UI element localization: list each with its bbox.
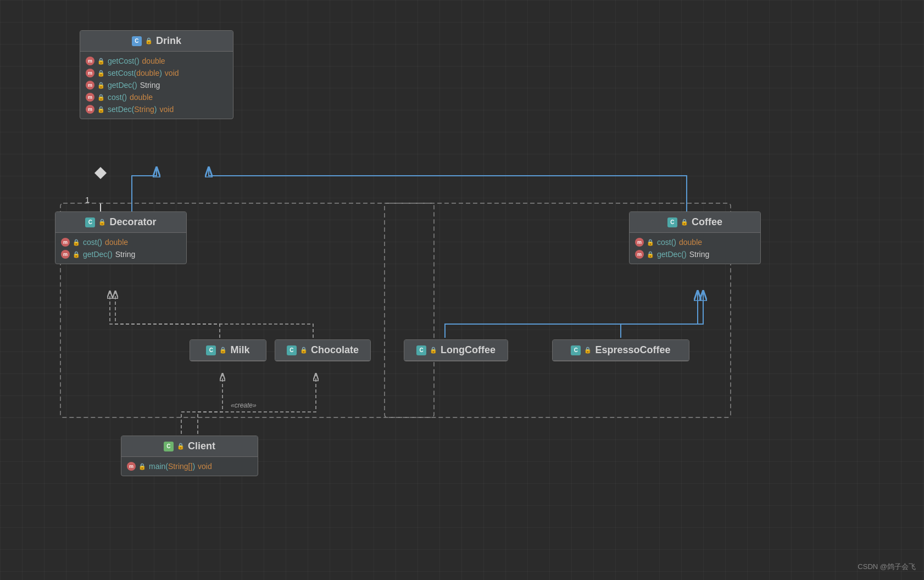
chocolate-class: C 🔒 Chocolate <box>275 339 371 361</box>
milk-title: Milk <box>230 344 249 356</box>
client-class: C 🔒 Client m 🔒 main(String[]) void <box>121 436 258 476</box>
method-type-5: void <box>159 105 174 114</box>
cof-lock-icon-2: 🔒 <box>647 250 654 258</box>
lock-icon-4: 🔒 <box>97 93 105 101</box>
watermark: CSDN @鸽子会飞 <box>858 562 916 572</box>
aggregation-label-1: 1 <box>85 195 90 204</box>
cof-method-icon-2: m <box>635 250 644 259</box>
espressocoffee-header: C 🔒 EspressoCoffee <box>553 340 689 361</box>
lock-icon-5: 🔒 <box>97 105 105 113</box>
lock-icon-2: 🔒 <box>97 69 105 77</box>
method-name-4: cost() <box>108 93 127 102</box>
client-title: Client <box>188 440 215 452</box>
method-icon-2: m <box>86 69 94 77</box>
cli-lock-icon-1: 🔒 <box>138 462 146 470</box>
chocolate-title: Chocolate <box>311 344 359 356</box>
method-name-5: setDec(String) <box>108 105 157 114</box>
decorator-header: C 🔒 Decorator <box>55 212 186 233</box>
client-body: m 🔒 main(String[]) void <box>121 457 258 476</box>
decorator-body: m 🔒 cost() double m 🔒 getDec() String <box>55 233 186 264</box>
longcoffee-header: C 🔒 LongCoffee <box>404 340 508 361</box>
drink-method-4: m 🔒 cost() double <box>86 91 227 103</box>
drink-method-5: m 🔒 setDec(String) void <box>86 103 227 115</box>
chocolate-lock-icon: 🔒 <box>300 347 308 354</box>
coffee-class-icon: C <box>667 217 677 227</box>
method-type-2: void <box>165 69 179 77</box>
method-icon-1: m <box>86 57 94 65</box>
decorator-lock-icon: 🔒 <box>98 219 106 226</box>
method-type-1: double <box>142 57 165 65</box>
cof-method-type-1: double <box>679 238 702 247</box>
dec-method-name-1: cost() <box>83 238 102 247</box>
milk-class: C 🔒 Milk <box>190 339 266 361</box>
dec-method-type-1: double <box>105 238 128 247</box>
method-name-2: setCost(double) <box>108 69 162 77</box>
espressocoffee-title: EspressoCoffee <box>595 344 670 356</box>
longcoffee-class-icon: C <box>416 345 426 355</box>
coffee-lock-icon: 🔒 <box>681 219 688 226</box>
drink-class: C 🔒 Drink m 🔒 getCost() double m 🔒 setCo… <box>80 30 233 119</box>
cof-method-type-2: String <box>689 250 710 259</box>
chocolate-class-icon: C <box>287 345 297 355</box>
longcoffee-title: LongCoffee <box>441 344 496 356</box>
client-header: C 🔒 Client <box>121 436 258 457</box>
cof-lock-icon-1: 🔒 <box>647 238 654 246</box>
client-method-1: m 🔒 main(String[]) void <box>127 460 252 472</box>
milk-class-icon: C <box>206 345 216 355</box>
cli-method-type-1: void <box>198 462 212 471</box>
dec-method-name-2: getDec() <box>83 250 113 259</box>
client-lock-icon: 🔒 <box>177 443 185 450</box>
decorator-class: C 🔒 Decorator m 🔒 cost() double m 🔒 getD… <box>55 211 187 264</box>
svg-marker-5 <box>95 168 106 179</box>
coffee-header: C 🔒 Coffee <box>630 212 760 233</box>
cli-method-name-1: main(String[]) <box>149 462 195 471</box>
cof-method-name-1: cost() <box>657 238 676 247</box>
drink-method-1: m 🔒 getCost() double <box>86 55 227 67</box>
coffee-method-1: m 🔒 cost() double <box>635 236 755 248</box>
method-type-4: double <box>130 93 153 102</box>
espressocoffee-class-icon: C <box>571 345 581 355</box>
espressocoffee-lock-icon: 🔒 <box>584 347 592 354</box>
svg-text:«create»: «create» <box>231 401 257 409</box>
drink-lock-icon: 🔒 <box>145 37 153 45</box>
lock-icon-1: 🔒 <box>97 57 105 65</box>
method-icon-4: m <box>86 93 94 102</box>
coffee-class: C 🔒 Coffee m 🔒 cost() double m 🔒 getDec(… <box>629 211 761 264</box>
cof-method-icon-1: m <box>635 238 644 247</box>
chocolate-header: C 🔒 Chocolate <box>275 340 370 361</box>
method-name-1: getCost() <box>108 57 140 65</box>
lock-icon-3: 🔒 <box>97 81 105 89</box>
method-icon-3: m <box>86 81 94 90</box>
longcoffee-class: C 🔒 LongCoffee <box>404 339 508 361</box>
decorator-title: Decorator <box>109 216 156 228</box>
decorator-method-1: m 🔒 cost() double <box>61 236 181 248</box>
drink-header: C 🔒 Drink <box>80 31 233 52</box>
method-icon-5: m <box>86 105 94 114</box>
cof-method-name-2: getDec() <box>657 250 687 259</box>
dec-lock-icon-1: 🔒 <box>73 238 80 246</box>
coffee-title: Coffee <box>692 216 722 228</box>
longcoffee-lock-icon: 🔒 <box>430 347 437 354</box>
drink-body: m 🔒 getCost() double m 🔒 setCost(double)… <box>80 52 233 119</box>
dec-method-icon-2: m <box>61 250 70 259</box>
coffee-body: m 🔒 cost() double m 🔒 getDec() String <box>630 233 760 264</box>
drink-class-icon: C <box>132 36 142 46</box>
client-class-icon: C <box>164 442 174 451</box>
milk-header: C 🔒 Milk <box>190 340 266 361</box>
milk-lock-icon: 🔒 <box>219 347 227 354</box>
drink-title: Drink <box>156 35 181 47</box>
cli-method-icon-1: m <box>127 462 136 471</box>
decorator-method-2: m 🔒 getDec() String <box>61 248 181 260</box>
dec-method-icon-1: m <box>61 238 70 247</box>
coffee-method-2: m 🔒 getDec() String <box>635 248 755 260</box>
drink-method-2: m 🔒 setCost(double) void <box>86 67 227 79</box>
drink-method-3: m 🔒 getDec() String <box>86 79 227 91</box>
method-type-3: String <box>140 81 160 90</box>
dec-method-type-2: String <box>115 250 136 259</box>
espressocoffee-class: C 🔒 EspressoCoffee <box>552 339 689 361</box>
decorator-class-icon: C <box>85 217 95 227</box>
dec-lock-icon-2: 🔒 <box>73 250 80 258</box>
method-name-3: getDec() <box>108 81 137 90</box>
